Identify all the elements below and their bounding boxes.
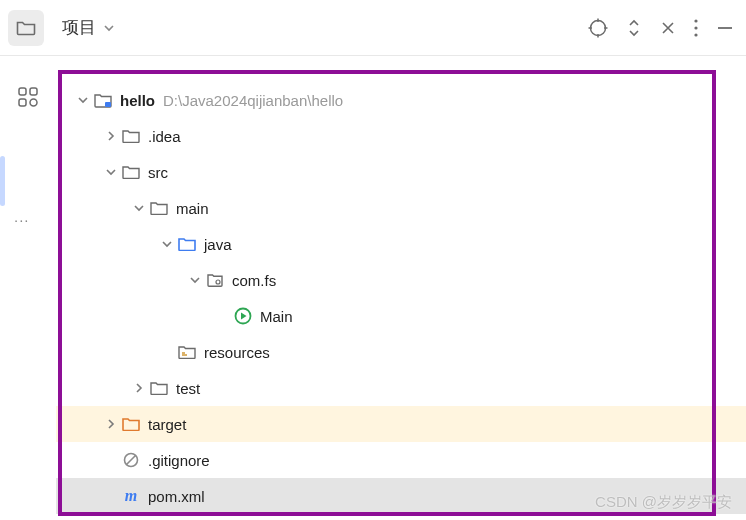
project-tool-button[interactable] [8,10,44,46]
svg-point-14 [216,280,220,284]
tree-item-idea[interactable]: .idea [56,118,746,154]
chevron-down-icon[interactable] [158,239,176,249]
chevron-down-icon[interactable] [102,167,120,177]
svg-point-7 [694,33,697,36]
expand-collapse-icon[interactable] [626,18,642,38]
tree-item-comfs[interactable]: com.fs [56,262,746,298]
tree-item-main[interactable]: main [56,190,746,226]
toolbar: 项目 [0,0,746,56]
node-label: java [204,236,232,253]
package-icon [204,273,226,287]
structure-icon[interactable] [17,86,39,108]
svg-point-6 [694,26,697,29]
node-label: main [176,200,209,217]
node-label: test [176,380,200,397]
chevron-down-icon[interactable] [186,275,204,285]
gutter-slider[interactable] [0,156,5,206]
svg-rect-9 [19,88,26,95]
ignore-file-icon [120,452,142,468]
svg-point-0 [591,20,606,35]
folder-icon [16,20,36,36]
minimize-icon[interactable] [716,19,734,37]
node-path: D:\Java2024qijianban\hello [163,92,343,109]
runnable-class-icon [232,307,254,325]
more-icon[interactable] [694,19,698,37]
module-folder-icon [92,93,114,108]
tree-item-resources[interactable]: · resources [56,334,746,370]
tree-item-src[interactable]: src [56,154,746,190]
chevron-right-icon[interactable] [130,383,148,393]
maven-file-icon: m [120,487,142,505]
gutter-more-icon[interactable]: ··· [14,211,30,228]
tree-item-gitignore[interactable]: · .gitignore [56,442,746,478]
left-gutter: ··· [0,56,56,520]
resources-folder-icon [176,345,198,359]
svg-point-5 [694,19,697,22]
folder-icon [148,381,170,395]
node-label: resources [204,344,270,361]
tree-item-target[interactable]: target [56,406,746,442]
panel-title-group[interactable]: 项目 [62,16,118,39]
node-label: .idea [148,128,181,145]
folder-icon [120,165,142,179]
chevron-right-icon[interactable] [102,419,120,429]
watermark: CSDN @岁岁岁平安 [595,493,732,512]
tree-item-java[interactable]: java [56,226,746,262]
toolbar-actions [588,18,734,38]
excluded-folder-icon [120,417,142,431]
svg-rect-11 [19,99,26,106]
folder-icon [148,201,170,215]
node-label: src [148,164,168,181]
node-label: Main [260,308,293,325]
svg-rect-13 [105,102,111,107]
node-label: pom.xml [148,488,205,505]
tree-item-test[interactable]: test [56,370,746,406]
svg-point-12 [30,99,37,106]
tree-root[interactable]: hello D:\Java2024qijianban\hello [56,82,746,118]
chevron-down-icon[interactable] [130,203,148,213]
svg-rect-10 [30,88,37,95]
chevron-down-icon [100,22,118,34]
svg-line-17 [127,456,136,465]
node-label: com.fs [232,272,276,289]
panel-title: 项目 [62,16,96,39]
node-label: target [148,416,186,433]
chevron-down-icon[interactable] [74,95,92,105]
source-folder-icon [176,237,198,251]
folder-icon [120,129,142,143]
node-label: hello [120,92,155,109]
close-icon[interactable] [660,20,676,36]
target-icon[interactable] [588,18,608,38]
node-label: .gitignore [148,452,210,469]
project-tree: hello D:\Java2024qijianban\hello .idea [56,64,746,514]
tree-item-main-class[interactable]: · Main [56,298,746,334]
chevron-right-icon[interactable] [102,131,120,141]
